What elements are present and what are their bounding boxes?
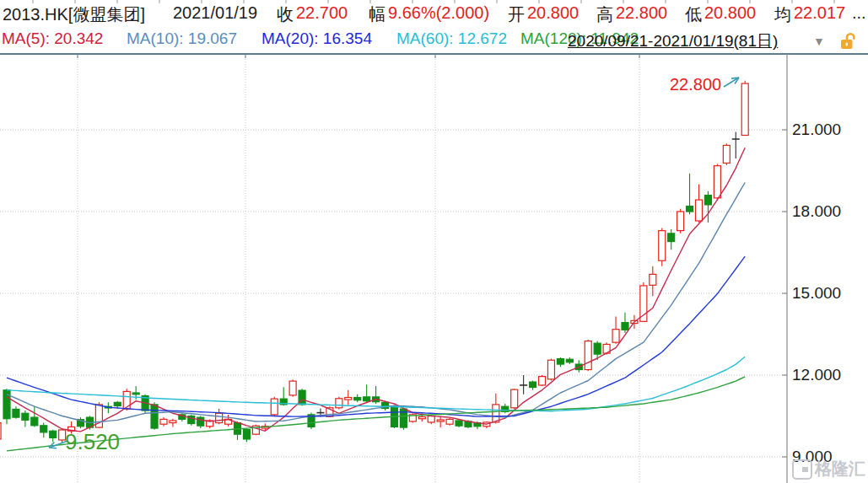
low-price-annotation: 9.520 <box>65 429 120 455</box>
y-axis-label: 12.000 <box>792 366 841 384</box>
y-axis-label: 15.000 <box>792 284 841 303</box>
watermark: 格隆汇 <box>792 458 865 480</box>
gelonghui-logo-icon <box>792 459 812 480</box>
watermark-text: 格隆汇 <box>815 458 865 480</box>
candlestick-chart[interactable] <box>0 0 868 483</box>
y-axis-label: 18.000 <box>792 202 841 221</box>
stock-chart-app: 2013.HK[微盟集团] 2021/01/19 收 22.700 幅 9.66… <box>0 0 868 483</box>
y-axis-label: 21.000 <box>792 121 841 139</box>
high-price-annotation: 22.800 <box>670 75 721 94</box>
